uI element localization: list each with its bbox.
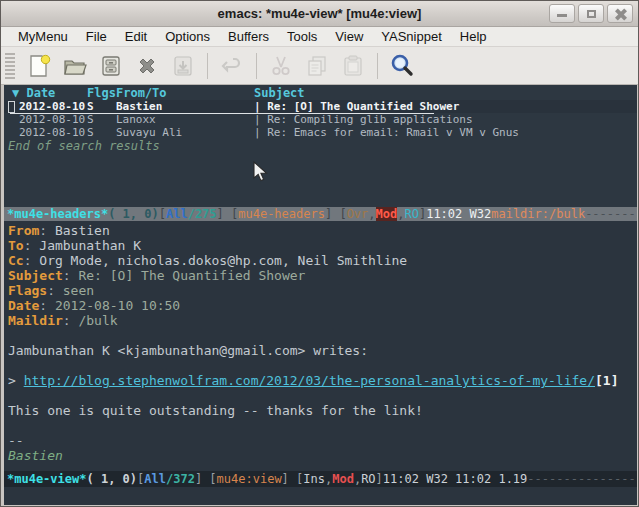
menu-help[interactable]: Help (451, 27, 496, 46)
window-title: emacs: *mu4e-view* [mu4e:view] (218, 6, 422, 21)
row-subject: | Re: Emacs for email: Rmail v VM v Gnus (254, 126, 519, 139)
quote-prefix: > (8, 373, 24, 388)
title-bar[interactable]: emacs: *mu4e-view* [mu4e:view] (1, 1, 638, 27)
open-folder-button[interactable] (60, 52, 90, 80)
row-from: Lanoxx (116, 113, 254, 126)
toolbar-grip[interactable] (5, 53, 15, 79)
menu-buffers[interactable]: Buffers (219, 27, 278, 46)
row-date: 2012-08-10 (19, 126, 87, 139)
window-controls (549, 4, 633, 23)
field-label-maildir: Maildir (8, 313, 63, 328)
copy-icon (304, 53, 330, 79)
column-subject[interactable]: Subject (254, 86, 305, 100)
paste-button[interactable] (338, 52, 368, 80)
end-of-results-text: End of search results (4, 139, 637, 154)
close-button[interactable] (607, 4, 633, 23)
overwrite-indicator: Ovr (347, 207, 369, 221)
column-flags[interactable]: Flgs (87, 86, 116, 100)
menu-mymenu[interactable]: MyMenu (9, 27, 77, 46)
field-value-maildir: /bulk (78, 313, 117, 328)
body-intro-line: Jambunathan K <kjambunathan@gmail.com> w… (8, 343, 637, 358)
readonly-indicator: RO (361, 472, 375, 486)
undo-button[interactable] (217, 52, 247, 80)
menu-edit[interactable]: Edit (116, 27, 156, 46)
field-label-subject: Subject (8, 268, 63, 283)
column-from[interactable]: From/To (116, 86, 254, 100)
menu-view[interactable]: View (326, 27, 372, 46)
major-mode: mu4e:view (217, 472, 282, 486)
body-hyperlink[interactable]: http://blog.stephenwolfram.com/2012/03/t… (24, 373, 595, 388)
minimize-button[interactable] (549, 4, 575, 23)
row-subject: | Re: Compiling glib applications (254, 113, 473, 126)
menu-yasnippet[interactable]: YASnippet (372, 27, 450, 46)
toolbar-separator (256, 53, 257, 79)
field-value-from: Bastien (55, 223, 110, 238)
maildir-indicator: maildir:/bulk (491, 207, 585, 221)
search-magnifier-icon (388, 52, 416, 80)
readonly-indicator: RO (404, 207, 418, 221)
menu-file[interactable]: File (77, 27, 116, 46)
clock-and-position: 11:02 W32 11:02 1.19 (383, 472, 528, 486)
insert-indicator: Ins (303, 472, 325, 486)
mu4e-view-window: From: Bastien To: Jambunathan K Cc: Org … (4, 221, 637, 471)
row-date: 2012-08-10 (19, 113, 87, 126)
row-flags: S (87, 126, 116, 139)
emacs-hollow-cursor (8, 101, 15, 113)
filter-all: All (166, 207, 188, 221)
field-value-to: Jambunathan K (39, 238, 141, 253)
cut-button[interactable] (266, 52, 296, 80)
message-count: /275 (188, 207, 217, 221)
field-label-date: Date (8, 298, 39, 313)
selected-row-underline (10, 113, 434, 114)
mu4e-headers-window: ▼ Date Flgs From/To Subject 2012-08-10 S… (4, 85, 637, 207)
field-value-flags: seen (63, 283, 94, 298)
modified-indicator: Mod (376, 207, 398, 221)
column-date-sort[interactable]: ▼ Date (12, 86, 87, 100)
minimize-icon (557, 14, 567, 17)
open-folder-icon (62, 53, 88, 79)
file-cabinet-button[interactable] (96, 52, 126, 80)
delete-x-icon (134, 53, 160, 79)
row-from: Bastien (116, 100, 254, 113)
clock: 11:02 W32 (426, 207, 491, 221)
cursor-position: ( 1, 0) (86, 472, 137, 486)
message-row[interactable]: 2012-08-10 S Suvayu Ali | Re: Emacs for … (4, 126, 637, 139)
editor-area: ▼ Date Flgs From/To Subject 2012-08-10 S… (4, 85, 637, 505)
tool-bar (1, 47, 638, 85)
new-document-icon (26, 53, 52, 79)
field-label-from: From (8, 223, 39, 238)
filter-all: All (144, 472, 166, 486)
toolbar-separator (207, 53, 208, 79)
row-subject: | Re: [O] The Quantified Shower (254, 100, 459, 113)
signature-name: Bastien (8, 448, 637, 463)
message-row[interactable]: 2012-08-10 S Lanoxx | Re: Compiling glib… (4, 113, 637, 126)
menu-tools[interactable]: Tools (278, 27, 326, 46)
cursor-position: ( 1, 0) (108, 207, 159, 221)
major-mode: mu4e-headers (238, 207, 325, 221)
emacs-window: emacs: *mu4e-view* [mu4e:view] MyMenu Fi… (0, 0, 639, 507)
menu-options[interactable]: Options (156, 27, 219, 46)
maximize-icon (587, 10, 596, 18)
maximize-button[interactable] (578, 4, 604, 23)
delete-button[interactable] (132, 52, 162, 80)
row-flags: S (87, 100, 116, 113)
field-value-date: 2012-08-10 10:50 (55, 298, 180, 313)
save-button[interactable] (168, 52, 198, 80)
field-value-subject: Re: [O] The Quantified Shower (78, 268, 305, 283)
save-download-icon (170, 53, 196, 79)
toolbar-separator (377, 53, 378, 79)
field-label-to: To (8, 238, 24, 253)
link-footnote-ref: [1] (595, 373, 618, 388)
file-cabinet-icon (98, 53, 124, 79)
new-document-button[interactable] (24, 52, 54, 80)
search-button[interactable] (387, 52, 417, 80)
field-label-cc: Cc (8, 253, 24, 268)
headers-column-row: ▼ Date Flgs From/To Subject (4, 85, 637, 100)
copy-button[interactable] (302, 52, 332, 80)
row-flags: S (87, 113, 116, 126)
buffer-name: *mu4e-view* (7, 472, 86, 486)
row-date: 2012-08-10 (19, 100, 87, 113)
message-row-selected[interactable]: 2012-08-10 S Bastien | Re: [O] The Quant… (4, 100, 637, 113)
message-count: /372 (166, 472, 195, 486)
minibuffer[interactable] (4, 487, 637, 505)
